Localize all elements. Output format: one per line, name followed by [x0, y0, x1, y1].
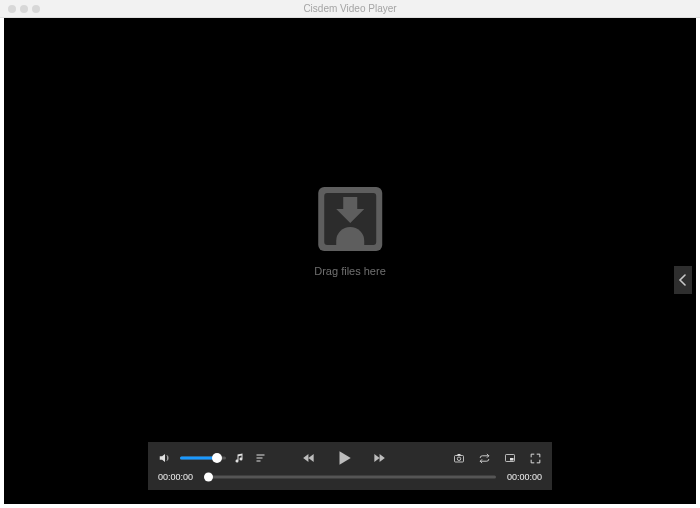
progress-slider[interactable]	[204, 472, 496, 482]
audio-track-button[interactable]	[234, 452, 246, 464]
playlist-button[interactable]	[254, 452, 268, 464]
volume-icon	[158, 451, 172, 465]
progress-thumb[interactable]	[204, 473, 213, 482]
svg-rect-5	[457, 454, 460, 456]
close-window-button[interactable]	[8, 5, 16, 13]
next-button[interactable]	[371, 451, 387, 465]
fullscreen-button[interactable]	[529, 452, 542, 465]
drop-zone[interactable]: Drag files here	[314, 187, 386, 277]
volume-button[interactable]	[158, 451, 172, 465]
app-window: Cisdem Video Player Drag files here	[0, 0, 700, 508]
play-button[interactable]	[335, 448, 353, 468]
svg-point-4	[457, 457, 461, 461]
snapshot-icon	[452, 452, 466, 464]
control-bar: 00:00:00 00:00:00	[148, 442, 552, 490]
next-icon	[371, 451, 387, 465]
loop-icon	[478, 452, 491, 465]
import-icon	[318, 187, 382, 251]
window-controls	[0, 5, 40, 13]
minimize-window-button[interactable]	[20, 5, 28, 13]
svg-rect-7	[510, 458, 514, 461]
titlebar: Cisdem Video Player	[0, 0, 700, 18]
fullscreen-icon	[529, 452, 542, 465]
previous-button[interactable]	[301, 451, 317, 465]
zoom-window-button[interactable]	[32, 5, 40, 13]
play-icon	[335, 448, 353, 468]
playlist-icon	[254, 452, 268, 464]
volume-thumb[interactable]	[212, 453, 222, 463]
total-time: 00:00:00	[502, 472, 542, 482]
music-icon	[234, 452, 246, 464]
current-time: 00:00:00	[158, 472, 198, 482]
svg-rect-2	[257, 461, 261, 462]
svg-rect-1	[257, 458, 263, 459]
svg-rect-0	[257, 455, 265, 456]
snapshot-button[interactable]	[452, 452, 466, 464]
pip-icon	[503, 452, 517, 464]
loop-button[interactable]	[478, 452, 491, 465]
video-area[interactable]: Drag files here	[4, 18, 696, 504]
drop-label: Drag files here	[314, 265, 386, 277]
pip-button[interactable]	[503, 452, 517, 464]
side-panel-toggle[interactable]	[674, 266, 692, 294]
chevron-left-icon	[678, 274, 688, 286]
svg-rect-3	[454, 456, 463, 463]
volume-slider[interactable]	[180, 452, 226, 464]
previous-icon	[301, 451, 317, 465]
window-title: Cisdem Video Player	[0, 3, 700, 14]
